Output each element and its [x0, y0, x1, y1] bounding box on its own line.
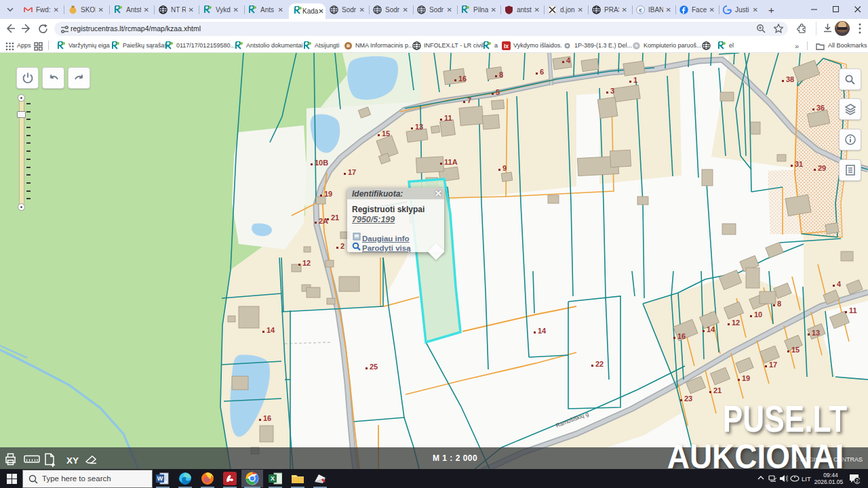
svg-text:15: 15 — [791, 346, 800, 354]
svg-text:Ix: Ix — [504, 43, 509, 49]
svg-text:2: 2 — [856, 479, 859, 483]
svg-text:22: 22 — [595, 360, 604, 368]
svg-text:7: 7 — [467, 96, 471, 104]
svg-text:38: 38 — [786, 75, 794, 83]
svg-text:2A: 2A — [319, 217, 328, 225]
svg-text:16: 16 — [677, 332, 686, 340]
svg-text:14: 14 — [267, 326, 275, 334]
svg-text:3: 3 — [610, 87, 614, 95]
svg-text:1: 1 — [633, 76, 637, 84]
svg-text:9: 9 — [502, 164, 507, 172]
svg-text:14: 14 — [538, 327, 547, 335]
svg-text:13: 13 — [415, 123, 423, 131]
svg-text:5: 5 — [496, 88, 500, 96]
svg-text:8: 8 — [777, 300, 781, 308]
svg-text:17: 17 — [769, 361, 777, 369]
svg-text:15: 15 — [382, 129, 390, 138]
svg-text:12: 12 — [302, 259, 311, 267]
svg-text:XY: XY — [66, 455, 79, 466]
svg-text:16: 16 — [263, 414, 271, 422]
svg-text:31: 31 — [795, 160, 803, 168]
svg-text:10B: 10B — [315, 159, 328, 167]
svg-text:23: 23 — [684, 394, 692, 403]
svg-text:16: 16 — [458, 75, 467, 83]
svg-text:4: 4 — [837, 280, 842, 288]
svg-text:13: 13 — [812, 329, 820, 337]
svg-text:10: 10 — [754, 310, 762, 319]
svg-text:8: 8 — [499, 70, 503, 79]
svg-text:X: X — [271, 475, 275, 482]
svg-text:21: 21 — [713, 386, 722, 394]
svg-text:17: 17 — [348, 168, 356, 176]
svg-text:W: W — [157, 475, 163, 482]
svg-text:36: 36 — [816, 104, 825, 112]
svg-text:4: 4 — [566, 56, 571, 64]
svg-text:19: 19 — [324, 190, 332, 198]
svg-text:11: 11 — [444, 114, 452, 122]
svg-text:21: 21 — [331, 214, 339, 222]
svg-text:29: 29 — [818, 164, 826, 172]
svg-text:25: 25 — [370, 363, 378, 371]
svg-text:€: € — [639, 7, 642, 13]
svg-text:11A: 11A — [444, 158, 458, 166]
svg-text:14: 14 — [707, 325, 715, 333]
svg-text:19: 19 — [742, 374, 750, 382]
svg-text:11: 11 — [849, 306, 857, 314]
svg-text:2: 2 — [340, 242, 344, 250]
svg-text:12: 12 — [732, 319, 740, 327]
svg-text:6: 6 — [540, 68, 544, 76]
